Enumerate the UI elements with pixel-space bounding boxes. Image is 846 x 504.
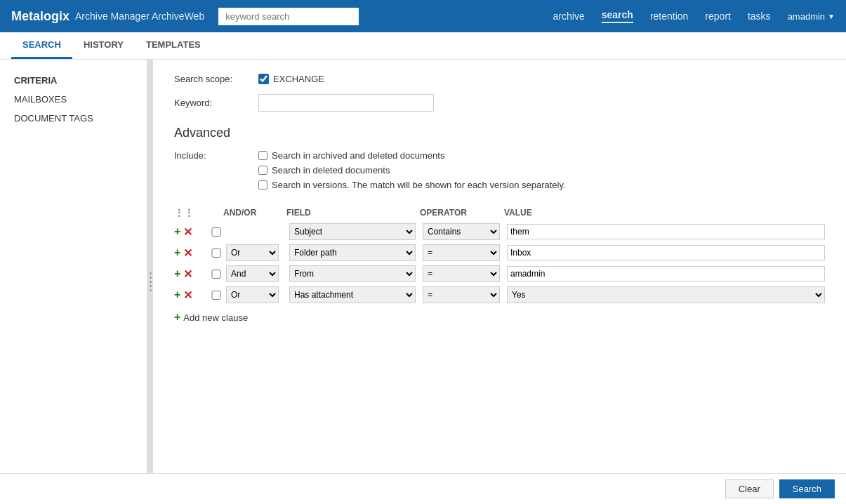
tab-history[interactable]: HISTORY <box>72 32 135 59</box>
resize-dot <box>150 272 152 274</box>
include-option-versions[interactable]: Search in versions. The match will be sh… <box>258 180 566 190</box>
clear-button[interactable]: Clear <box>725 479 774 498</box>
clause-andor-col: Or And <box>226 286 289 303</box>
clause-value-input[interactable] <box>507 266 825 281</box>
exchange-checkbox[interactable] <box>258 74 269 84</box>
tab-search[interactable]: SEARCH <box>11 32 72 59</box>
clause-andor-select[interactable]: Or And <box>226 244 279 261</box>
clause-field-select[interactable]: Subject Folder path From Has attachment … <box>289 244 416 261</box>
clause-icons: + ✕ <box>174 225 209 239</box>
clause-checkbox[interactable] <box>209 270 223 279</box>
clause-header-andor: AND/OR <box>223 208 286 218</box>
remove-clause-icon[interactable]: ✕ <box>183 289 192 302</box>
include-options: Search in archived and deleted documents… <box>258 150 566 190</box>
clause-row: + ✕ Or And Subject Folder path From Has <box>174 242 825 263</box>
remove-clause-icon[interactable]: ✕ <box>183 225 192 239</box>
resize-dot <box>150 277 152 279</box>
clause-icons: + ✕ <box>174 289 209 302</box>
clause-header-icons: ⋮⋮ <box>174 207 209 218</box>
content-area: Search scope: EXCHANGE Keyword: Advanced… <box>153 60 846 503</box>
clause-field-col: Subject Folder path From Has attachment … <box>289 223 423 240</box>
clause-operator-select[interactable]: Contains = != > < <box>423 223 500 240</box>
clause-field-col: Subject Folder path From Has attachment … <box>289 286 423 303</box>
brand-name: Metalogix <box>11 9 70 24</box>
nav-search[interactable]: search <box>602 9 633 23</box>
clause-value-col: Yes No <box>507 286 825 303</box>
clause-operator-col: Contains = != <box>423 286 507 303</box>
keyword-label: Keyword: <box>174 98 258 108</box>
add-clause-icon[interactable]: + <box>174 225 180 238</box>
include-option-deleted[interactable]: Search in deleted documents <box>258 165 566 175</box>
sidebar-item-mailboxes[interactable]: MAILBOXES <box>8 90 138 109</box>
clause-andor-col: Or And <box>226 265 289 282</box>
user-menu-arrow: ▼ <box>828 13 835 20</box>
clause-value-input[interactable] <box>507 224 825 239</box>
add-clause-plus-icon: + <box>174 311 180 324</box>
footer: Clear Search <box>0 473 846 503</box>
add-clause-icon[interactable]: + <box>174 267 180 280</box>
user-name: amadmin <box>788 11 825 22</box>
clause-andor-select[interactable]: Or And <box>226 286 279 303</box>
resize-dot <box>150 285 152 287</box>
clause-checkbox[interactable] <box>209 291 223 300</box>
sidebar-resize-handle[interactable] <box>147 60 153 503</box>
clause-header-operator: OPERATOR <box>420 208 504 218</box>
keyword-input[interactable] <box>258 94 434 112</box>
clause-checkbox[interactable] <box>209 227 223 237</box>
remove-clause-icon[interactable]: ✕ <box>183 246 192 260</box>
clause-operator-col: Contains = != <box>423 265 507 282</box>
clause-field-select[interactable]: Subject Folder path From Has attachment … <box>289 265 416 282</box>
include-row: Include: Search in archived and deleted … <box>174 150 825 190</box>
remove-clause-icon[interactable]: ✕ <box>183 267 192 281</box>
header: Metalogix Archive Manager ArchiveWeb arc… <box>0 0 846 32</box>
clause-row: + ✕ Subject Folder path From Has attachm… <box>174 221 825 242</box>
exchange-label: EXCHANGE <box>273 74 324 84</box>
clause-section: ⋮⋮ AND/OR FIELD OPERATOR VALUE + ✕ <box>174 204 825 324</box>
nav-report[interactable]: report <box>705 11 731 22</box>
nav-retention[interactable]: retention <box>650 11 688 22</box>
keyword-control <box>258 94 434 112</box>
include-label: Include: <box>174 150 258 161</box>
clause-field-col: Subject Folder path From Has attachment … <box>289 244 423 261</box>
include-option-archived[interactable]: Search in archived and deleted documents <box>258 150 566 161</box>
global-search-input[interactable] <box>218 8 359 25</box>
search-button[interactable]: Search <box>779 479 835 498</box>
clause-header-value: VALUE <box>504 208 825 218</box>
nav-tasks[interactable]: tasks <box>748 11 771 22</box>
include-versions-label: Search in versions. The match will be sh… <box>272 180 566 190</box>
clause-operator-select[interactable]: Contains = != <box>423 265 500 282</box>
clause-checkbox[interactable] <box>209 248 223 258</box>
tab-templates[interactable]: TEMPLATES <box>135 32 212 59</box>
clause-operator-col: Contains = != <box>423 244 507 261</box>
clause-operator-select[interactable]: Contains = != <box>423 286 500 303</box>
include-versions-checkbox[interactable] <box>258 180 267 190</box>
main-nav: archive search retention report tasks am… <box>553 9 835 23</box>
search-scope-row: Search scope: EXCHANGE <box>174 74 825 84</box>
clause-icons: + ✕ <box>174 246 209 260</box>
clause-field-select[interactable]: Subject Folder path From Has attachment … <box>289 286 416 303</box>
add-clause-icon[interactable]: + <box>174 246 180 259</box>
include-archived-checkbox[interactable] <box>258 151 267 160</box>
clause-value-input[interactable] <box>507 245 825 260</box>
sidebar-item-document-tags[interactable]: DOCUMENT TAGS <box>8 109 138 128</box>
main-layout: CRITERIA MAILBOXES DOCUMENT TAGS Search … <box>0 60 846 503</box>
user-menu[interactable]: amadmin ▼ <box>788 11 835 22</box>
nav-archive[interactable]: archive <box>553 11 585 22</box>
clause-row: + ✕ Or And Subject Folder path From Has <box>174 263 825 284</box>
add-clause-icon[interactable]: + <box>174 289 180 301</box>
sidebar-item-criteria[interactable]: CRITERIA <box>8 71 138 90</box>
clause-andor-select[interactable]: Or And <box>226 265 279 282</box>
clause-value-col <box>507 245 825 260</box>
clause-field-select[interactable]: Subject Folder path From Has attachment … <box>289 223 416 240</box>
clause-value-select[interactable]: Yes No <box>507 286 825 303</box>
clause-operator-select[interactable]: Contains = != <box>423 244 500 261</box>
include-deleted-checkbox[interactable] <box>258 166 267 175</box>
clause-row: + ✕ Or And Subject Folder path From Has <box>174 284 825 305</box>
tab-bar: SEARCH HISTORY TEMPLATES <box>0 32 846 60</box>
clause-icons: + ✕ <box>174 267 209 281</box>
add-clause-button[interactable]: + Add new clause <box>174 311 825 324</box>
exchange-option[interactable]: EXCHANGE <box>258 74 324 84</box>
add-clause-label: Add new clause <box>183 312 248 323</box>
clause-header-field: FIELD <box>286 208 420 218</box>
sidebar: CRITERIA MAILBOXES DOCUMENT TAGS <box>0 60 147 503</box>
